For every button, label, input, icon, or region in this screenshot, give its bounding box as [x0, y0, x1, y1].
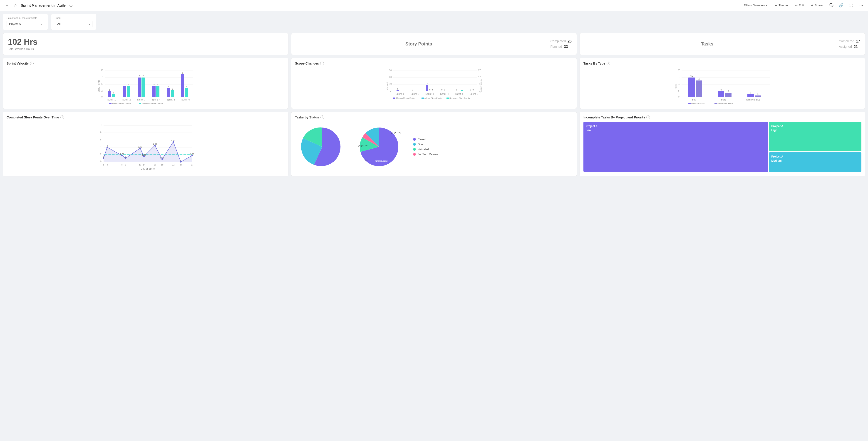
project-filter-label: Select one or more projects	[7, 17, 44, 19]
svg-text:0: 0	[456, 89, 457, 91]
tasks-label: Tasks	[585, 41, 830, 47]
svg-text:14: 14	[143, 164, 145, 166]
svg-text:2: 2	[101, 90, 103, 92]
info-icon[interactable]: ⓘ	[68, 2, 74, 9]
pie-chart-container: (17) (70.83%) (3) (12.5%) (1) (4.17%) (.…	[295, 122, 573, 172]
share-button[interactable]: ➜ Share	[809, 3, 825, 8]
legend-closed: Closed	[413, 138, 438, 141]
svg-text:15: 15	[678, 76, 680, 79]
svg-text:Day of Sprint: Day of Sprint	[141, 167, 155, 170]
more-options-icon[interactable]: ⋯	[858, 2, 864, 9]
svg-rect-17	[152, 86, 156, 97]
tasks-by-type-info-icon[interactable]: i	[607, 62, 610, 65]
svg-text:0: 0	[100, 160, 101, 163]
project-filter-card: Select one or more projects Project A	[3, 13, 48, 30]
svg-text:(1) (4.17%): (1) (4.17%)	[391, 131, 401, 134]
svg-text:3.75: 3.75	[138, 146, 142, 148]
story-points-stats: Completed 26 Planned 33	[551, 39, 572, 49]
link-icon[interactable]: 🔗	[838, 2, 844, 9]
svg-text:2: 2	[100, 153, 101, 155]
incomplete-tasks-card: Incomplete Tasks By Project and Priority…	[580, 112, 865, 176]
svg-text:1.50: 1.50	[142, 154, 146, 156]
svg-text:6: 6	[100, 139, 101, 141]
filters-overview-label: Filters Overview	[744, 4, 765, 7]
page-title: Sprint Management in Agile	[21, 3, 66, 7]
svg-text:0: 0	[432, 89, 433, 91]
edit-icon: ✏	[795, 4, 798, 7]
tasks-by-type-card: Tasks By Type i 20 15 10 5 0 Tasks	[580, 58, 865, 109]
svg-rect-80	[459, 91, 460, 91]
legend-closed-label: Closed	[417, 138, 426, 141]
expand-icon[interactable]: ⛶	[848, 2, 855, 9]
bookmark-icon[interactable]: ☆	[12, 2, 19, 9]
svg-text:2: 2	[109, 89, 110, 91]
story-completed-stat: Completed 26	[551, 39, 572, 43]
story-points-kpi-card: Story Points Completed 26 Planned 33	[291, 33, 577, 55]
story-completed-value: 26	[567, 39, 571, 43]
svg-text:Removed Story Points: Removed Story Points	[450, 97, 470, 99]
svg-text:Bug: Bug	[692, 98, 696, 101]
svg-rect-66	[416, 91, 418, 91]
incomplete-tasks-info-icon[interactable]: i	[646, 116, 650, 119]
sprint-select-wrap[interactable]: All	[55, 21, 92, 27]
svg-text:19: 19	[161, 164, 163, 166]
back-button[interactable]: ←	[4, 2, 10, 9]
nav-right: Filters Overview ▾ ✦ Theme ✏ Edit ➜ Shar…	[742, 2, 864, 9]
svg-rect-18	[156, 86, 159, 97]
svg-text:4: 4	[168, 86, 169, 88]
pie-chart-wrap: (17) (70.83%) (3) (12.5%) (1) (4.17%) (.…	[354, 122, 409, 172]
svg-text:Planned: Planned	[386, 82, 389, 90]
tasks-by-status-title: Tasks by Status i	[295, 116, 573, 119]
svg-rect-114	[718, 91, 724, 97]
svg-text:1: 1	[103, 156, 104, 158]
hours-label: Total Worked Hours	[8, 47, 283, 51]
svg-text:7: 7	[101, 76, 103, 79]
tasks-assigned-value: 21	[854, 45, 858, 49]
completed-over-time-info-icon[interactable]: i	[60, 116, 64, 119]
svg-rect-110	[688, 78, 695, 97]
svg-text:1: 1	[757, 93, 758, 95]
edit-button[interactable]: ✏ Edit	[793, 3, 806, 8]
svg-text:Story Points: Story Points	[98, 80, 100, 92]
story-completed-label: Completed	[551, 39, 566, 43]
comment-icon[interactable]: 💬	[828, 2, 834, 9]
sprint-velocity-info-icon[interactable]: i	[30, 62, 34, 65]
tasks-kpi-card: Tasks Completed 17 Assigned 21	[580, 33, 865, 55]
completed-over-time-title: Completed Story Points Over Time i	[7, 116, 285, 119]
project-select-wrap[interactable]: Project A	[7, 21, 44, 27]
pie-svg: (17) (70.83%) (3) (12.5%) (1) (4.17%) (.…	[354, 122, 409, 172]
svg-text:Planned Tasks: Planned Tasks	[691, 103, 705, 104]
filter-row: Select one or more projects Project A Sp…	[3, 13, 865, 30]
tasks-by-type-title: Tasks By Type i	[583, 62, 861, 65]
svg-rect-19	[167, 88, 170, 97]
svg-text:0: 0	[441, 89, 442, 91]
svg-text:4: 4	[100, 146, 101, 148]
hours-value: 102 Hrs	[8, 37, 283, 47]
svg-text:0.75: 0.75	[160, 157, 164, 159]
project-select[interactable]: Project A	[7, 21, 44, 27]
svg-text:7: 7	[143, 75, 144, 77]
svg-text:4: 4	[186, 86, 187, 88]
svg-text:7: 7	[138, 75, 140, 77]
scope-changes-title: Scope Changes i	[295, 62, 573, 65]
completed-over-time-chart: 10 8 6 4 2 0	[7, 122, 285, 172]
svg-text:(3) (12.5%): (3) (12.5%)	[358, 145, 368, 147]
nav-left: ← ☆ Sprint Management in Agile ⓘ	[4, 2, 742, 9]
scope-changes-info-icon[interactable]: i	[320, 62, 324, 65]
story-planned-value: 33	[564, 45, 568, 49]
svg-text:3: 3	[103, 164, 104, 166]
sprint-select[interactable]: All	[55, 21, 92, 27]
tasks-assigned-label: Assigned	[839, 45, 852, 49]
svg-text:8: 8	[182, 72, 183, 74]
svg-text:Sprint_3: Sprint_3	[425, 93, 434, 95]
filters-overview-button[interactable]: Filters Overview ▾	[742, 3, 769, 8]
legend-for-review-label: For Tech Review	[417, 153, 438, 156]
pie-legend: Closed Open Validated For Tech Review	[413, 138, 438, 156]
treemap-high-label: Project AHigh	[771, 124, 859, 132]
tasks-by-status-info-icon[interactable]: i	[320, 116, 324, 119]
svg-text:0: 0	[429, 89, 430, 91]
theme-button[interactable]: ✦ Theme	[773, 3, 789, 8]
svg-rect-16	[142, 78, 145, 97]
svg-text:Sprint_1: Sprint_1	[396, 93, 404, 95]
treemap-low: Project ALow	[583, 122, 768, 172]
